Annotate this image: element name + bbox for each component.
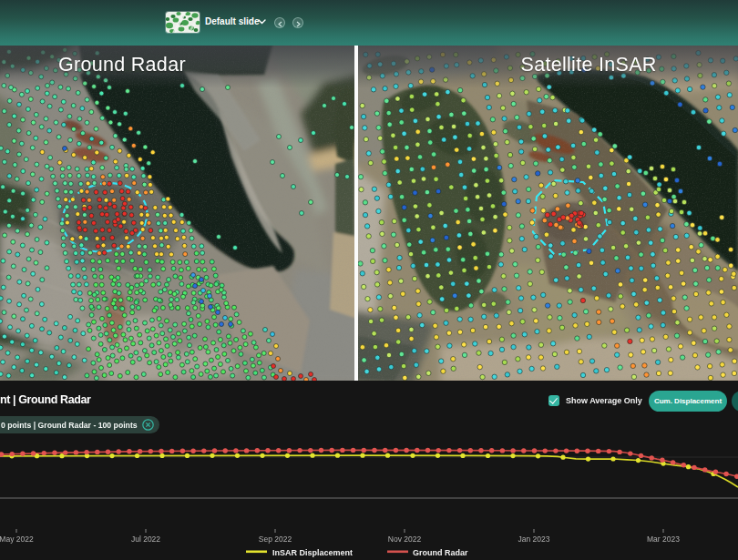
svg-text:Jan 2023: Jan 2023 <box>518 535 550 544</box>
svg-text:Nov 2022: Nov 2022 <box>388 535 422 544</box>
svg-text:Ground Radar: Ground Radar <box>413 548 468 557</box>
svg-text:May 2022: May 2022 <box>0 535 34 544</box>
svg-text:Jul 2022: Jul 2022 <box>131 535 160 544</box>
svg-text:Mar 2023: Mar 2023 <box>647 535 680 544</box>
svg-text:InSAR Displacement: InSAR Displacement <box>272 548 353 557</box>
svg-text:Sep 2022: Sep 2022 <box>259 535 292 544</box>
